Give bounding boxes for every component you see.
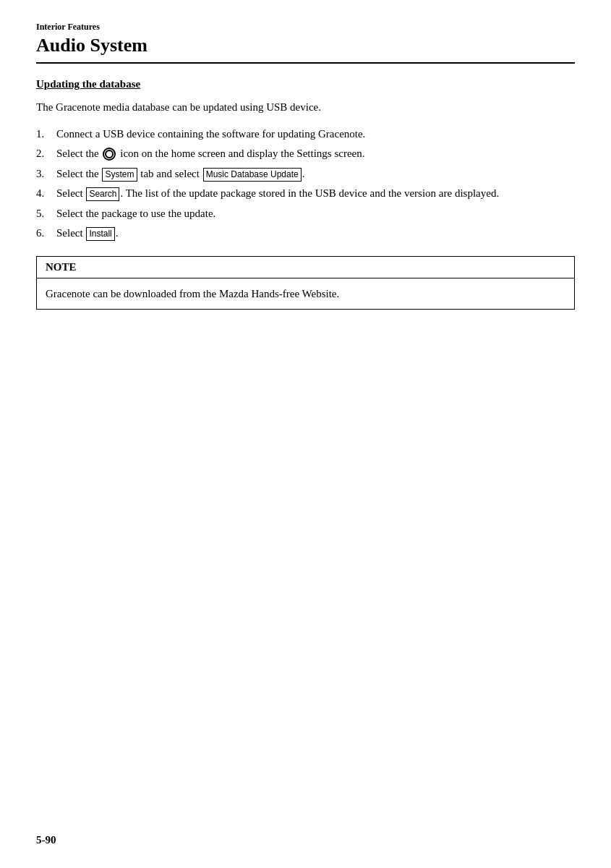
note-header: NOTE xyxy=(37,257,574,278)
list-item: 1. Connect a USB device containing the s… xyxy=(36,126,575,142)
list-item: 5. Select the package to use the update. xyxy=(36,205,575,222)
step-num: 1. xyxy=(36,126,56,142)
breadcrumb: Interior Features xyxy=(36,22,575,33)
steps-list: 1. Connect a USB device containing the s… xyxy=(36,126,575,242)
search-button-label: Search xyxy=(86,187,119,201)
page-footer: 5-90 xyxy=(36,834,56,846)
step-num: 4. xyxy=(36,185,56,202)
list-item: 6. Select Install. xyxy=(36,225,575,242)
step-content: Connect a USB device containing the soft… xyxy=(56,126,575,142)
step-content: Select Install. xyxy=(56,225,575,242)
step-content: Select Search. The list of the update pa… xyxy=(56,185,575,202)
list-item: 3. Select the System tab and select Musi… xyxy=(36,166,575,182)
section-heading: Updating the database xyxy=(36,78,575,90)
list-item: 4. Select Search. The list of the update… xyxy=(36,185,575,202)
step-num: 6. xyxy=(36,225,56,242)
step-content: Select the icon on the home screen and d… xyxy=(56,145,575,162)
settings-icon xyxy=(103,148,116,161)
page-title: Audio System xyxy=(36,34,575,56)
step-num: 5. xyxy=(36,205,56,222)
note-box: NOTE Gracenote can be downloaded from th… xyxy=(36,256,575,310)
install-button-label: Install xyxy=(86,227,114,241)
header-section: Interior Features Audio System xyxy=(36,22,575,56)
step-num: 2. xyxy=(36,145,56,162)
header-divider xyxy=(36,62,575,64)
step-content: Select the System tab and select Music D… xyxy=(56,166,575,182)
system-button-label: System xyxy=(102,168,137,182)
music-database-update-button-label: Music Database Update xyxy=(203,168,302,182)
step-num: 3. xyxy=(36,166,56,182)
step-content: Select the package to use the update. xyxy=(56,205,575,222)
list-item: 2. Select the icon on the home screen an… xyxy=(36,145,575,162)
intro-text: The Gracenote media database can be upda… xyxy=(36,99,575,116)
note-content: Gracenote can be downloaded from the Maz… xyxy=(37,278,574,310)
page-container: Interior Features Audio System Updating … xyxy=(0,0,611,868)
